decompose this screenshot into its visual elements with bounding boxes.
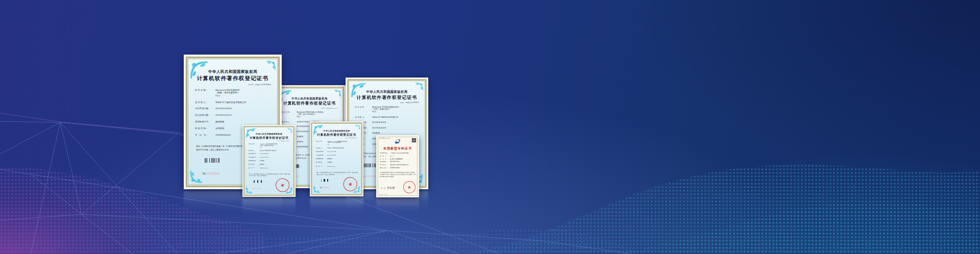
- field-label: 著 作 权 人：: [355, 116, 373, 118]
- cnipa-logo-icon: [394, 139, 402, 144]
- page-indicator: 第1页（共1页）: [380, 194, 388, 195]
- field-label: 登 记 号：: [316, 165, 327, 167]
- field-value: 2017年05月01日: [327, 151, 359, 153]
- certificate-field-row: 开发完成日期： 2017年05月01日: [316, 151, 359, 153]
- field-label: 专 利 权 人：: [380, 164, 390, 166]
- certificate-field-row: 软 件 名 称： Martiantrier激光打标软件 ［简称：激光打标软件］ …: [195, 89, 273, 97]
- field-label: 专利申请日：: [380, 161, 390, 163]
- field-value: ZL 2017 2 0886688.X: [390, 159, 416, 160]
- certificate-field-row: 权利取得方式： 原始取得: [249, 160, 291, 162]
- field-label: 开发完成日期：: [316, 151, 327, 153]
- certificate-field-row: 首次发表日期： 2017年11月01日: [355, 127, 421, 129]
- certificate-fields: 软 件 名 称： Martiantrier 三轴模块激光打标软件 ［简称：三轴模…: [249, 143, 291, 171]
- certificate-number: 证书号：软著登字第2453090号: [345, 138, 357, 139]
- field-value: 2017年11月01日: [327, 155, 359, 156]
- patent-field-row: 授权公告日： 2018年03月06日: [380, 167, 416, 169]
- certificate-paper: 中华人民共和国国家版权局 计算机软件著作权登记证书 证书号：软著登字第24530…: [245, 128, 293, 194]
- flourish-icon: [189, 170, 203, 184]
- field-value: 2017年07月21日: [390, 161, 416, 163]
- serial-number: No. 01720330: [320, 187, 329, 189]
- barcode: [205, 158, 220, 163]
- field-label: 著 作 权 人：: [316, 147, 327, 148]
- qr-code: [412, 138, 416, 142]
- flourish-icon: [334, 89, 341, 97]
- patent-title: 实用新型专利证书: [376, 147, 419, 150]
- patent-field-row: 专 利 权 人： 深圳市马丁物尼尔技术有限公司: [380, 164, 416, 166]
- field-value: 原始取得: [215, 120, 273, 123]
- field-value: 马 丁: [390, 156, 416, 157]
- field-label: 开发完成日期：: [249, 153, 260, 155]
- issuer-signature: 申长雨: [387, 186, 395, 189]
- field-value: Martiantrier 三轴模块激光打标软件 ［简称：三轴模块打标软件］ V1…: [260, 143, 291, 148]
- flourish-icon: [266, 60, 276, 70]
- certificate-field-row: 权 利 范 围： 全部权利: [316, 162, 359, 163]
- patent-statement: 本实用新型经过本局依照中华人民共和国专利法进行初步审查，决定授予专利权，颁发本证…: [380, 172, 416, 178]
- certificate-statement: 根据《计算机软件保护条例》和《计算机软件著作权登记办法》的规定，经中国版权保护中…: [316, 172, 358, 176]
- certificate-title: 计算机软件著作权登记证书: [277, 101, 342, 106]
- field-value: Martiantrier PCB激光检板机软件 ［简称：检板机软件］ V1.0: [372, 106, 421, 113]
- field-value: 深圳市马丁物尼尔技术有限公司: [327, 147, 359, 148]
- certificate-field-row: 著 作 权 人： 深圳市马丁物尼尔技术有限公司: [316, 147, 359, 148]
- certificate-number: 证书号：软著登字第2453087号: [321, 108, 338, 109]
- field-value: 深圳市马丁物尼尔技术有限公司: [390, 164, 416, 166]
- field-value: 深圳市马丁物尼尔技术有限公司: [260, 149, 291, 151]
- field-value: 原始取得: [327, 158, 359, 160]
- field-label: 软 件 名 称：: [195, 89, 215, 97]
- barcode: [363, 163, 376, 167]
- field-value: 2017年05月01日: [260, 153, 291, 155]
- copyright-certificate-4: 中华人民共和国国家版权局 计算机软件著作权登记证书 证书号：软著登字第24530…: [242, 125, 296, 197]
- patent-field-row: 发 明 人： 马 丁: [380, 156, 416, 157]
- patent-field-row: 专 利 号： ZL 2017 2 0886688.X: [380, 159, 416, 160]
- field-label: 权利取得方式：: [195, 120, 215, 123]
- certificate-title: 计算机软件著作权登记证书: [188, 76, 277, 82]
- barcode: [321, 179, 329, 182]
- certificate-authority: 中华人民共和国国家版权局: [350, 90, 425, 93]
- certificate-field-row: 开发完成日期： 2017年05月01日: [249, 153, 291, 155]
- flourish-icon: [355, 124, 360, 130]
- certificate-field-row: 登 记 号： 2018SR040249: [316, 165, 359, 167]
- certificate-number: 证书号：软著登字第2453088号: [400, 101, 419, 103]
- field-label: 著 作 权 人：: [195, 101, 215, 104]
- field-label: 著 作 权 人：: [249, 149, 260, 151]
- certificate-field-row: 权利取得方式： 原始取得: [195, 120, 273, 123]
- field-label: 权利取得方式：: [249, 160, 260, 162]
- copyright-certificate-5: 中华人民共和国国家版权局 计算机软件著作权登记证书 证书号：软著登字第24530…: [310, 121, 363, 196]
- field-value: Martiantrier S/M/LiPro激光打标机软件 ［简称：激光打标机软…: [297, 111, 339, 117]
- certificate-field-row: 首次发表日期： 2017年11月01日: [195, 114, 273, 116]
- certificate-title: 计算机软件著作权登记证书: [350, 95, 425, 100]
- issuer-line: 局 长申长雨: [381, 186, 395, 189]
- field-value: 全部权利: [327, 162, 359, 163]
- field-label: 权 利 范 围：: [249, 164, 260, 165]
- background-art: [0, 0, 980, 254]
- field-label: 权 利 范 围：: [195, 127, 215, 130]
- certificate-title: 计算机软件著作权登记证书: [245, 136, 293, 139]
- field-value: 2017年11月01日: [215, 114, 273, 116]
- certificate-field-row: 权利取得方式： 原始取得: [316, 158, 359, 160]
- field-value: 一种激光打标机的自动升降装置: [390, 153, 416, 154]
- barcode: [254, 180, 262, 183]
- field-value: Martiantrier激光打标软件 ［简称：激光打标软件］ V1.0: [215, 89, 273, 97]
- certificate-authority: 中华人民共和国国家版权局: [277, 97, 342, 100]
- certificate-field-row: 首次发表日期： 2017年11月01日: [249, 157, 291, 158]
- certificate-title: 计算机软件著作权登记证书: [312, 133, 361, 136]
- field-label: 发 明 人：: [380, 156, 390, 157]
- serial-number: No. 01720328: [361, 175, 376, 177]
- patent-fields: 实用新型名称： 一种激光打标机的自动升降装置 发 明 人： 马 丁 专 利 号：…: [380, 153, 416, 170]
- field-label: 权利取得方式：: [316, 158, 327, 160]
- field-value: 2018SR040248: [260, 167, 291, 169]
- field-label: 软 件 名 称：: [355, 106, 373, 113]
- certificate-field-row: 开发完成日期： 2017年05月01日: [195, 107, 273, 110]
- serial-number: No. 01720326: [203, 172, 219, 175]
- certificate-fields: 软 件 名 称： Martiantrier KF5018激光打标控制软件 ［简称…: [316, 140, 359, 169]
- certificate-authority: 中华人民共和国国家版权局: [312, 130, 361, 132]
- field-label: 授权公告日：: [380, 167, 390, 169]
- field-value: 2017年05月01日: [372, 121, 421, 123]
- field-label: 权 利 范 围：: [316, 162, 327, 163]
- certificate-paper: 中华人民共和国国家版权局 计算机软件著作权登记证书 证书号：软著登字第24530…: [312, 124, 361, 194]
- field-value: 原始取得: [260, 160, 291, 162]
- flourish-icon: [415, 82, 424, 91]
- certificate-field-row: 权利取得方式： 原始取得: [355, 132, 421, 134]
- certificate-field-row: 软 件 名 称： Martiantrier KF5018激光打标控制软件 ［简称…: [316, 140, 359, 145]
- flourish-icon: [313, 186, 321, 193]
- flourish-icon: [246, 187, 253, 194]
